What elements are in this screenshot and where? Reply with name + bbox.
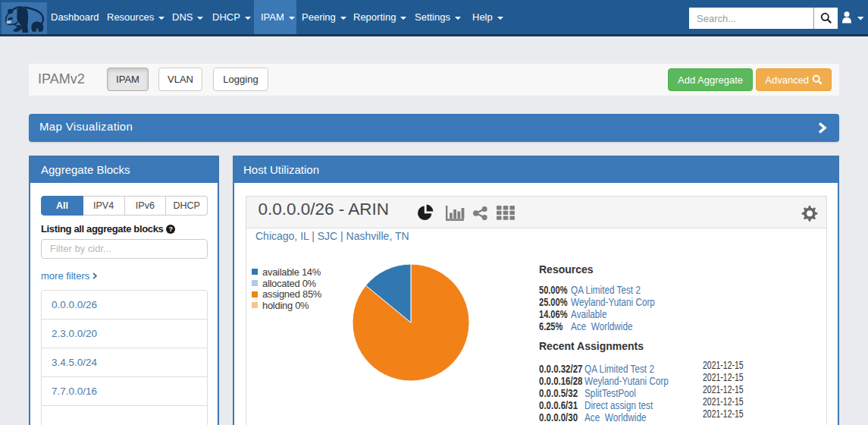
svg-text:?: ? xyxy=(168,225,172,233)
